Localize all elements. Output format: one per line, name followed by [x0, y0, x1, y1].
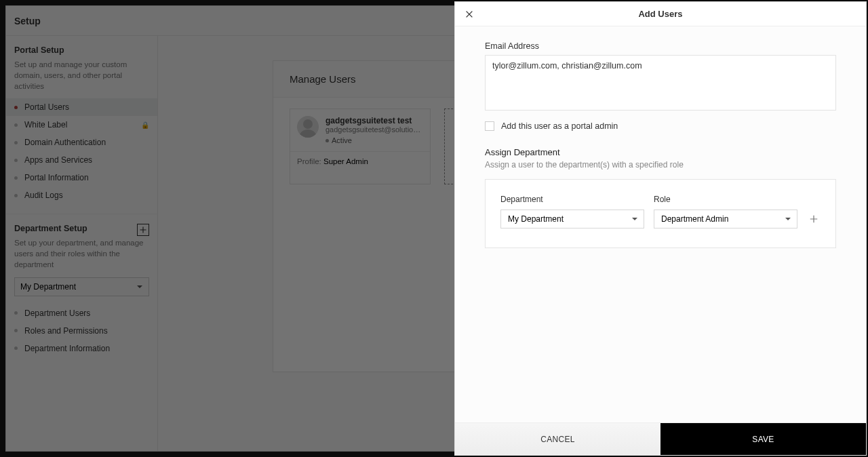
department-row: Department My Department Role Department… — [500, 195, 821, 228]
close-button[interactable] — [463, 8, 475, 20]
role-col-label: Role — [654, 195, 797, 204]
department-select-wrap: My Department — [500, 210, 644, 228]
drawer-header: Add Users — [455, 2, 866, 26]
role-select[interactable]: Department Admin — [654, 210, 797, 228]
department-select[interactable]: My Department — [500, 210, 644, 228]
assign-department-box: Department My Department Role Department… — [485, 179, 836, 248]
portal-admin-checkbox[interactable] — [485, 121, 494, 131]
add-row-button[interactable] — [807, 212, 821, 226]
department-column: Department My Department — [500, 195, 644, 228]
add-users-drawer: Add Users Email Address Add this user as… — [454, 1, 867, 456]
department-col-label: Department — [500, 195, 644, 204]
drawer-body: Email Address Add this user as a portal … — [455, 26, 866, 422]
role-column: Role Department Admin — [654, 195, 797, 228]
portal-admin-label: Add this user as a portal admin — [501, 121, 618, 131]
plus-icon — [809, 214, 818, 224]
admin-checkbox-row: Add this user as a portal admin — [485, 121, 836, 131]
drawer-footer: CANCEL SAVE — [455, 422, 866, 455]
assign-department-title: Assign Department — [485, 147, 836, 157]
email-input[interactable] — [485, 55, 836, 111]
cancel-button[interactable]: CANCEL — [455, 423, 660, 455]
close-icon — [465, 9, 474, 19]
drawer-title: Add Users — [455, 9, 866, 19]
role-select-wrap: Department Admin — [654, 210, 797, 228]
email-label: Email Address — [485, 41, 836, 51]
assign-department-desc: Assign a user to the department(s) with … — [485, 160, 836, 170]
save-button[interactable]: SAVE — [660, 423, 866, 455]
